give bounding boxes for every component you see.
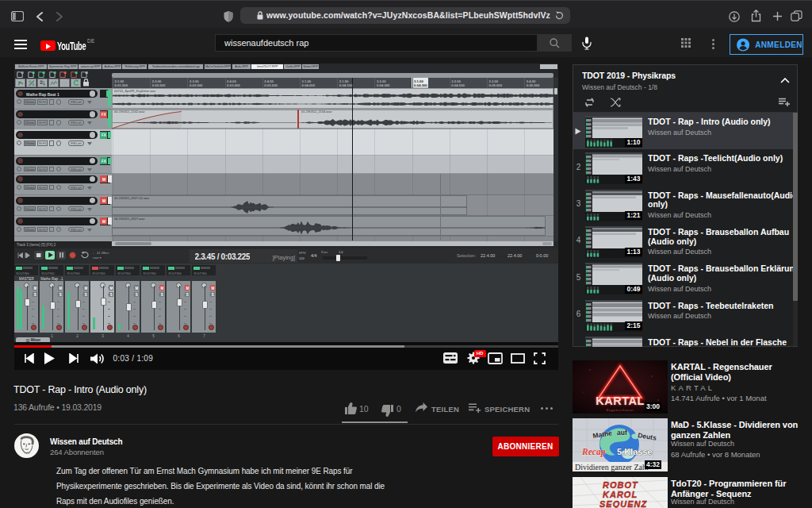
svg-text:01-190312_2134.wav: 01-190312_2134.wav [301, 110, 331, 114]
svg-text:now ▾: now ▾ [93, 256, 101, 260]
svg-text:AuIo.RPP: AuIo.RPP [235, 65, 248, 68]
svg-text:0:04.000: 0:04.000 [301, 83, 315, 87]
svg-text:M: M [102, 198, 105, 203]
svg-text:0:03.000: 0:03.000 [227, 83, 240, 87]
svg-text:3.1.00: 3.1.00 [301, 79, 311, 83]
svg-text:4/4: 4/4 [311, 253, 317, 258]
svg-text:Selection:: Selection: [457, 253, 477, 258]
svg-text:53 env: 53 env [25, 187, 34, 190]
svg-text:ROUTING: ROUTING [168, 272, 181, 275]
svg-text:FX: FX [102, 113, 106, 117]
svg-text:Teebeutelzuenden-consolidated.: Teebeutelzuenden-consolidated.rpp [151, 65, 199, 68]
svg-text:0:04.100: 0:04.100 [339, 83, 352, 87]
svg-text:FM Left: FM Left [71, 187, 82, 190]
svg-text:Nebel.RPP: Nebel.RPP [303, 65, 318, 68]
svg-text:S: S [33, 293, 36, 297]
svg-text:S: S [160, 293, 163, 297]
svg-text:2.1.00: 2.1.00 [114, 79, 124, 83]
svg-text:SEQUENZ: SEQUENZ [599, 499, 647, 508]
svg-text:ROUTING: ROUTING [16, 272, 29, 275]
svg-text:IN FX: IN FX [38, 121, 46, 125]
svg-text:0:02.000: 0:02.000 [151, 83, 165, 87]
svg-text:ROUTING: ROUTING [193, 272, 206, 275]
svg-text:3.4.00: 3.4.00 [526, 79, 535, 83]
svg-text:IntroTDOT.RPP: IntroTDOT.RPP [257, 65, 278, 68]
svg-text:ROUTING: ROUTING [117, 272, 130, 275]
svg-text:53 env: 53 env [25, 168, 34, 171]
svg-text:FX: FX [102, 133, 106, 137]
svg-text:FM Left: FM Left [71, 229, 82, 232]
svg-text:2.2.00: 2.2.00 [151, 79, 161, 83]
svg-text:M: M [211, 287, 214, 291]
svg-text:2.4.00: 2.4.00 [227, 79, 236, 83]
svg-text:2.3.00: 2.3.00 [189, 79, 198, 83]
svg-text:3: 3 [102, 334, 104, 338]
svg-text:Regenschauer: Regenschauer [605, 408, 634, 412]
svg-text:ROUTING: ROUTING [143, 272, 155, 275]
svg-text:1: 1 [51, 334, 53, 338]
svg-text:IN FX: IN FX [38, 142, 46, 145]
svg-text:0:04.500: 0:04.500 [451, 83, 465, 87]
svg-text:3.1.50: 3.1.50 [339, 79, 348, 83]
svg-text:IN FX: IN FX [38, 101, 46, 104]
svg-text:3.1.00: 3.1.00 [414, 79, 423, 83]
svg-text:♩ 41.38ms: ♩ 41.38ms [93, 251, 109, 255]
svg-text:3.2.00: 3.2.00 [376, 79, 385, 83]
svg-text:53 env: 53 env [25, 101, 34, 104]
svg-text:0:05.500: 0:05.500 [526, 83, 539, 87]
svg-text:06-190315_0927.wav: 06-190315_0927.wav [114, 217, 144, 221]
svg-text:amore sp.RPP: amore sp.RPP [80, 65, 100, 68]
svg-text:MASTER: MASTER [19, 277, 35, 281]
svg-text:5.Klasse: 5.Klasse [617, 447, 653, 456]
svg-text:M: M [109, 287, 113, 291]
svg-text:BoNum Rente.RPP: BoNum Rente.RPP [18, 65, 44, 68]
svg-text:2: 2 [76, 334, 79, 338]
svg-text:S: S [135, 293, 137, 297]
svg-text:0:01.500: 0:01.500 [114, 83, 128, 87]
svg-text:S: S [186, 293, 188, 297]
svg-text:*Erklerung.RPP: *Erklerung.RPP [124, 65, 145, 68]
svg-text:FX: FX [102, 160, 106, 164]
svg-text:M: M [160, 287, 163, 291]
svg-text:IN FX: IN FX [38, 229, 46, 232]
svg-text:05-190315_0927-01.wav: 05-190315_0927-01.wav [114, 196, 149, 200]
svg-text:6: 6 [178, 334, 180, 338]
svg-text:Mathe Rap ..1: Mathe Rap ..1 [40, 277, 63, 281]
svg-text:M: M [33, 287, 36, 291]
svg-text:S: S [84, 293, 86, 297]
svg-text:0:04.300: 0:04.300 [414, 83, 427, 87]
svg-text:FM Left: FM Left [71, 168, 82, 171]
svg-text:IN FX: IN FX [38, 187, 46, 190]
svg-text:Symmetrie Rap.RPP: Symmetrie Rap.RPP [48, 65, 76, 68]
svg-text:M: M [59, 287, 62, 291]
svg-text:5: 5 [152, 334, 155, 338]
svg-text:0:02.500: 0:02.500 [189, 83, 202, 87]
svg-text:53 env: 53 env [25, 208, 34, 211]
svg-text:FM Left: FM Left [71, 142, 82, 145]
svg-text:KAROL: KAROL [603, 490, 638, 499]
svg-text:120: 120 [299, 256, 304, 260]
svg-text:0:05.000: 0:05.000 [488, 83, 502, 87]
svg-text:22.4.00: 22.4.00 [508, 253, 522, 258]
svg-text:Aufbau.RPP: Aufbau.RPP [104, 65, 121, 68]
svg-text:53 env: 53 env [25, 229, 34, 232]
svg-text:KARTAL: KARTAL [596, 394, 645, 407]
svg-text:ROBOT: ROBOT [603, 480, 638, 490]
svg-text:ROUTING: ROUTING [92, 272, 105, 275]
svg-text:M: M [135, 287, 138, 291]
svg-text:S: S [211, 293, 213, 297]
svg-text:M: M [102, 177, 105, 182]
svg-text:0:0.00: 0:0.00 [536, 253, 548, 258]
svg-text:M: M [102, 219, 105, 224]
svg-text:IN FX: IN FX [38, 168, 46, 171]
svg-text:ROUTING: ROUTING [41, 272, 54, 275]
svg-text:53 env: 53 env [25, 121, 34, 125]
svg-text:2.4.50: 2.4.50 [264, 79, 274, 83]
svg-text:auf: auf [617, 429, 627, 437]
svg-text:ROUTING: ROUTING [67, 272, 79, 275]
svg-text:3.3.00: 3.3.00 [488, 79, 498, 83]
svg-text:Mathe Rap Beat 1: Mathe Rap Beat 1 [26, 92, 59, 97]
svg-text:Track 3 (items) [5] [FX] 2: Track 3 (items) [5] [FX] 2 [17, 243, 56, 247]
svg-text:S: S [109, 293, 112, 297]
svg-text:7: 7 [203, 334, 205, 338]
